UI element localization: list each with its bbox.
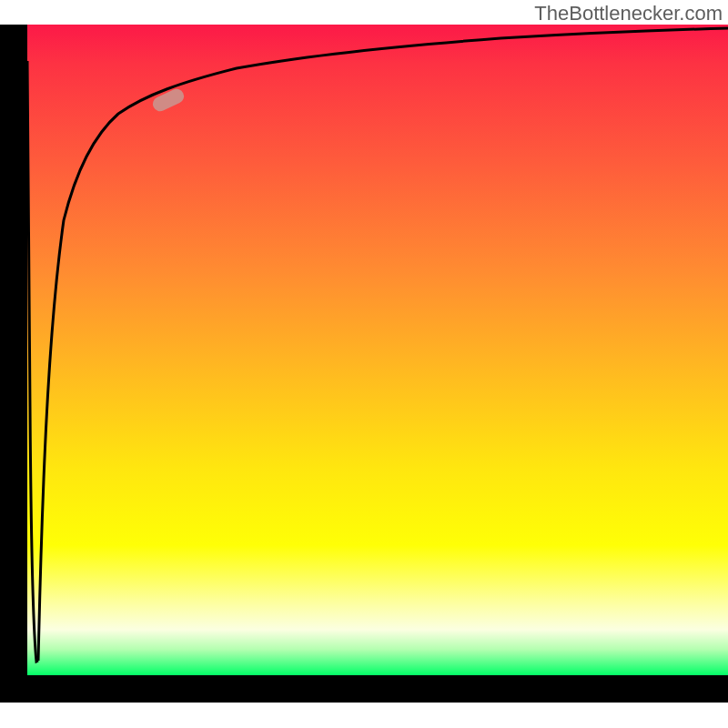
plot-frame (0, 25, 728, 703)
curve-marker (150, 86, 186, 114)
svg-rect-0 (150, 86, 186, 114)
curve-downstroke (27, 61, 38, 662)
plot-area (27, 25, 728, 675)
curve-upstroke (38, 28, 728, 661)
chart-container: TheBottlenecker.com (0, 0, 728, 728)
attribution-label: TheBottlenecker.com (534, 2, 723, 25)
curve-layer (27, 25, 728, 675)
